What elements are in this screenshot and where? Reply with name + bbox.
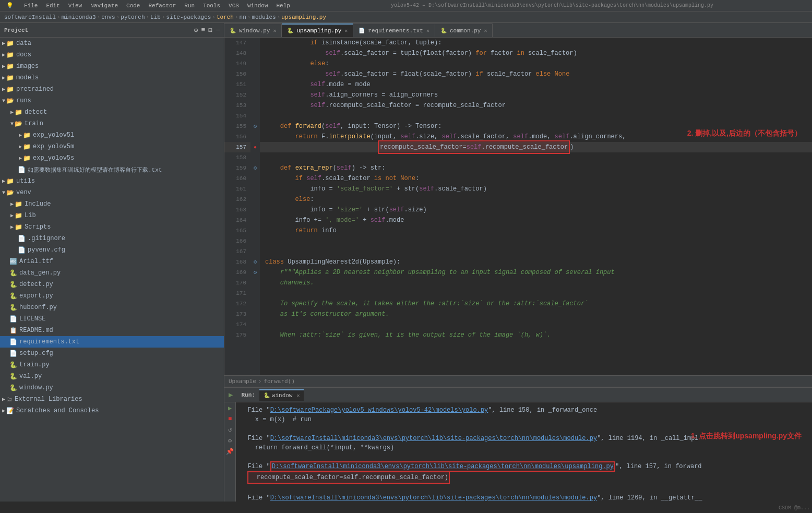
- run-side-play[interactable]: ▶: [228, 404, 232, 412]
- run-link-module[interactable]: D:\softwareInstall\miniconda3\envs\pytor…: [270, 435, 598, 442]
- close-tab-requirements[interactable]: ✕: [426, 28, 429, 34]
- bc-softwareinstall[interactable]: softwareInstall: [4, 14, 56, 20]
- tree-item-pretrained[interactable]: ▶ 📁 pretrained: [0, 83, 224, 95]
- menu-vcs[interactable]: VCS: [224, 2, 243, 10]
- bc-torch[interactable]: torch: [217, 14, 234, 20]
- tree-item-data[interactable]: ▶ 📁 data: [0, 38, 224, 49]
- close-tab-common[interactable]: ✕: [484, 28, 487, 34]
- tree-item-external-libs[interactable]: ▶ 🗂 External Libraries: [0, 393, 224, 405]
- run-side-settings[interactable]: ⚙: [228, 437, 232, 445]
- menu-navigate[interactable]: Navigate: [86, 2, 122, 10]
- code-line-164: info += ', mode=' + self.mode: [260, 215, 812, 225]
- tree-item-detect[interactable]: ▶ 📁 detect: [0, 106, 224, 118]
- tree-item-val[interactable]: 🐍 val.py: [0, 371, 224, 382]
- code-line-148: self.scale_factor = tuple(float(factor) …: [260, 48, 812, 58]
- tree-item-detect-py[interactable]: 🐍 detect.py: [0, 279, 224, 290]
- run-icon-play[interactable]: ▶: [229, 390, 233, 399]
- tab-common-py[interactable]: 🐍 common.py ✕: [435, 23, 493, 37]
- tree-item-arial[interactable]: 🔤 Arial.ttf: [0, 256, 224, 267]
- bc-miniconda3[interactable]: miniconda3: [62, 14, 96, 20]
- tree-item-exp-yolov5l[interactable]: ▶ 📁 exp_yolov5l: [0, 129, 224, 141]
- tree-item-window-py[interactable]: 🐍 window.py: [0, 382, 224, 393]
- tree-item-scripts[interactable]: ▶ 📁 Scripts: [0, 221, 224, 233]
- menu-help[interactable]: Help: [272, 2, 294, 10]
- bc-nn[interactable]: nn: [240, 14, 246, 20]
- code-line-166: [260, 236, 812, 246]
- tree-item-docs[interactable]: ▶ 📁 docs: [0, 49, 224, 61]
- tree-item-export[interactable]: 🐍 export.py: [0, 290, 224, 302]
- tree-item-scratches[interactable]: ▶ 📝 Scratches and Consoles: [0, 405, 224, 416]
- menu-edit[interactable]: Edit: [42, 2, 64, 10]
- run-link-module2[interactable]: D:\softwareInstall\miniconda3\envs\pytor…: [270, 494, 598, 502]
- menu-window[interactable]: Window: [243, 2, 272, 10]
- tree-item-exp-yolov5s[interactable]: ▶ 📁 exp_yolov5s: [0, 152, 224, 164]
- menu-file[interactable]: File: [20, 2, 42, 10]
- run-side-rerun[interactable]: ↺: [228, 426, 232, 434]
- sidebar: Project ⚙ ≡ ⊟ — ▶ 📁 data ▶ 📁 docs: [0, 23, 224, 502]
- tree-item-requirements[interactable]: 📄 requirements.txt: [0, 336, 224, 348]
- run-tab-close[interactable]: ✕: [296, 392, 300, 399]
- tree-item-hubconf[interactable]: 🐍 hubconf.py: [0, 302, 224, 313]
- file-icon: 🔤: [9, 258, 17, 266]
- menu-tools[interactable]: Tools: [199, 2, 224, 10]
- tab-upsampling-py[interactable]: 🐍 upsampling.py ✕: [282, 23, 353, 37]
- sidebar-icon-close[interactable]: —: [216, 26, 220, 34]
- file-icon: 📄: [18, 235, 26, 243]
- gutter: ⊙ ● ⊙ ⊙ ⊙: [250, 38, 260, 375]
- tree-item-utils[interactable]: ▶ 📁 utils: [0, 175, 224, 187]
- code-line-152: self.align_corners = align_corners: [260, 90, 812, 100]
- tree-item-data-gen[interactable]: 🐍 data_gen.py: [0, 267, 224, 279]
- menu-run[interactable]: Run: [180, 2, 199, 10]
- sidebar-icon-collapse[interactable]: ⊟: [208, 26, 212, 34]
- run-link-yolo[interactable]: D:\softwarePackage\yolov5_windows\yolov5…: [270, 407, 488, 414]
- run-side-stop[interactable]: ■: [228, 415, 232, 423]
- menu-code[interactable]: Code: [122, 2, 144, 10]
- menu-refactor[interactable]: Refactor: [144, 2, 180, 10]
- tree-item-include[interactable]: ▶ 📁 Include: [0, 198, 224, 210]
- bc-lib[interactable]: Lib: [150, 14, 161, 20]
- tab-requirements[interactable]: 📄 requirements.txt ✕: [353, 23, 435, 37]
- menu-view[interactable]: View: [64, 2, 86, 10]
- folder-icon: 📂: [15, 120, 22, 128]
- bc-pytorch[interactable]: pytorch: [121, 14, 145, 20]
- tree-item-license[interactable]: 📄 LICENSE: [0, 313, 224, 325]
- run-label: Run:: [241, 392, 255, 398]
- tree-item-runs[interactable]: ▼ 📂 runs: [0, 95, 224, 106]
- folder-icon: 📁: [23, 154, 31, 162]
- tree-item-images[interactable]: ▶ 📁 images: [0, 61, 224, 72]
- breadcrumb-forward: forward(): [264, 378, 294, 385]
- tree-item-exp-yolov5m[interactable]: ▶ 📁 exp_yolov5m: [0, 141, 224, 152]
- arrow-icon: ▼: [10, 121, 14, 127]
- folder-icon: 📁: [6, 86, 14, 93]
- tree-item-gitignore[interactable]: 📄 .gitignore: [0, 233, 224, 244]
- py-icon: 🐍: [9, 304, 17, 312]
- sidebar-icon-layout[interactable]: ≡: [201, 26, 206, 34]
- tree-item-note[interactable]: 📄 如需要数据集和训练好的模型请在博客自行下载.txt: [0, 164, 224, 175]
- bc-modules[interactable]: modules: [252, 14, 276, 20]
- run-side-pin[interactable]: 📌: [226, 448, 234, 456]
- close-tab-upsampling[interactable]: ✕: [344, 28, 348, 34]
- tree-item-readme[interactable]: 📋 README.md: [0, 325, 224, 336]
- bc-site-packages[interactable]: site-packages: [166, 14, 211, 20]
- tab-window-py[interactable]: 🐍 window.py ✕: [224, 23, 282, 37]
- tree-item-pyvenv[interactable]: 📄 pyvenv.cfg: [0, 244, 224, 256]
- tree-item-venv[interactable]: ▼ 📂 venv: [0, 187, 224, 198]
- arrow-icon: ▶: [10, 109, 14, 115]
- close-tab-window[interactable]: ✕: [273, 28, 276, 34]
- bc-envs[interactable]: envs: [101, 14, 115, 20]
- tree-item-train[interactable]: ▼ 📂 train: [0, 118, 224, 129]
- tree-item-models[interactable]: ▶ 📁 models: [0, 72, 224, 83]
- arrow-icon: ▶: [10, 212, 14, 219]
- tree-item-setup[interactable]: 📄 setup.cfg: [0, 348, 224, 359]
- tree-item-train-py[interactable]: 🐍 train.py: [0, 359, 224, 371]
- sidebar-icon-settings[interactable]: ⚙: [194, 26, 198, 34]
- bc-upsampling[interactable]: upsampling.py: [281, 14, 326, 20]
- code-line-167: [260, 246, 812, 257]
- run-tab-window[interactable]: 🐍 window ✕: [259, 389, 304, 401]
- code-line-163: info = 'size=' + str(self.size): [260, 205, 812, 215]
- code-line-151: self.mode = mode: [260, 79, 812, 90]
- run-line-2: x = m(x) # run: [240, 415, 808, 424]
- run-link-upsampling[interactable]: D:\softwareInstall\miniconda3\envs\pytor…: [272, 463, 614, 470]
- tree-item-lib[interactable]: ▶ 📁 Lib: [0, 210, 224, 221]
- code-content[interactable]: 2. 删掉,以及,后边的（不包含括号） if isinstance(scale_…: [260, 38, 812, 375]
